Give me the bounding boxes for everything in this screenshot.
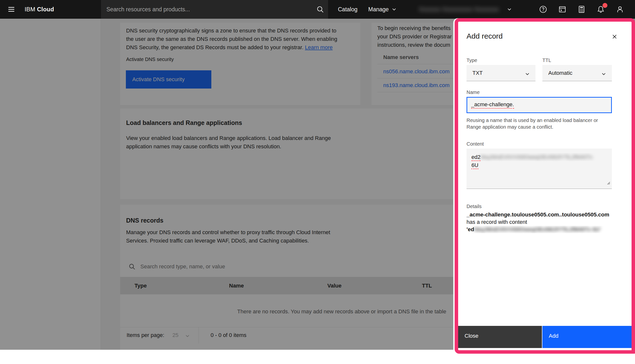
panel-footer: Close Add [458, 326, 631, 348]
help-button[interactable] [534, 0, 552, 19]
avatar-icon [615, 5, 625, 14]
notification-badge [602, 3, 607, 8]
account-selector[interactable]: Xxxxxxx Xxxxxxxxxx Xxxxxxxx [419, 0, 499, 19]
ibm-cloud-logo[interactable]: IBMCloud [25, 0, 54, 19]
type-select[interactable]: TXT [467, 65, 535, 81]
brand-ibm: IBM [25, 6, 35, 13]
calculator-icon [577, 5, 586, 14]
nav-catalog[interactable]: Catalog [338, 0, 357, 19]
notifications-button[interactable] [591, 0, 610, 19]
nav-manage-label: Manage [368, 6, 389, 13]
chevron-down-icon [601, 71, 606, 78]
content-value-redacted: hkqJWxEV0VV00lOweqOEx56lJlYTlL2fM40Tx [481, 154, 593, 160]
name-label: Name [467, 90, 480, 95]
global-search-placeholder: Search resources and products... [106, 6, 190, 13]
add-button[interactable]: Add [542, 326, 631, 348]
ibm-cloud-dns-page: DNS security cryptographically signs a z… [0, 0, 635, 364]
ttl-select[interactable]: Automatic [542, 65, 612, 81]
name-input[interactable]: _acme-challenge. [467, 97, 612, 113]
content-label: Content [467, 141, 484, 147]
search-submit-button[interactable] [311, 0, 330, 19]
account-chevron-button[interactable] [500, 0, 519, 19]
content-textarea[interactable]: ed2hkqJWxEV0VV00lOweqOEx56lJlYTlL2fM40Tx… [467, 148, 612, 189]
details-domain: _acme-challenge.toulouse0505.com..toulou… [467, 211, 619, 218]
cost-estimator-button[interactable] [572, 0, 591, 19]
global-search-input[interactable]: Search resources and products... [106, 0, 190, 19]
chevron-down-icon [507, 7, 512, 12]
nav-manage[interactable]: Manage [368, 0, 396, 19]
hamburger-menu-button[interactable] [2, 0, 21, 19]
hamburger-menu-icon [7, 5, 16, 14]
type-select-value: TXT [472, 70, 483, 76]
brand-cloud: Cloud [37, 6, 54, 13]
resize-handle-icon[interactable] [606, 179, 610, 187]
close-icon [611, 33, 618, 41]
close-button[interactable]: Close [458, 326, 542, 348]
ttl-select-value: Automatic [548, 70, 572, 76]
details-label: Details [467, 204, 482, 209]
top-nav: IBMCloud Search resources and products..… [0, 0, 635, 19]
terminal-icon [558, 5, 567, 14]
content-value-prefix: ed2 [472, 154, 481, 161]
profile-button[interactable] [611, 0, 629, 19]
ttl-label: TTL [542, 58, 551, 63]
close-panel-button[interactable] [610, 33, 619, 41]
help-icon [538, 5, 548, 14]
add-record-panel: Add record Type TTL TXT Automatic [455, 18, 635, 354]
details-content-prefix: 'ed [467, 226, 474, 232]
type-label: Type [467, 58, 477, 63]
search-icon [316, 5, 324, 14]
account-name-redacted: Xxxxxxx Xxxxxxxxxx Xxxxxxxx [419, 6, 499, 13]
panel-title: Add record [467, 32, 503, 40]
cli-button[interactable] [553, 0, 572, 19]
details-content-redacted: hkqJWxEV0VV00lOweqOEx56lJlYTlL2fM40Tx 6U… [474, 226, 601, 232]
content-value-line2: 6U [472, 162, 478, 169]
name-input-value: _acme-challenge. [471, 101, 514, 109]
chevron-down-icon [525, 71, 530, 78]
chevron-down-icon [392, 7, 396, 12]
details-line2: has a record with content [467, 218, 527, 226]
name-helper-text: Reusing a name that is used by an enable… [467, 117, 606, 130]
